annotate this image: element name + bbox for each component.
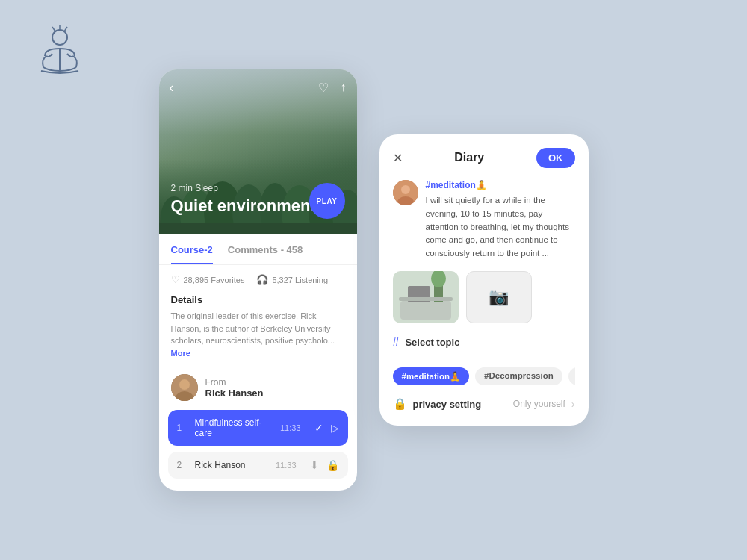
svg-rect-22: [399, 297, 453, 301]
diary-title: Diary: [454, 151, 484, 164]
logo-area: [30, 22, 90, 85]
chevron-right-icon: ›: [571, 398, 575, 410]
tags-row: #meditation🧘 #Decompression #medi: [393, 367, 575, 385]
hero-content: 2 min Sleep Quiet environment: [171, 183, 316, 216]
tab-comments[interactable]: Comments - 458: [228, 244, 303, 264]
hero-subtitle: 2 min Sleep: [171, 183, 316, 193]
diary-header: ✕ Diary OK: [393, 148, 575, 168]
more-link[interactable]: More: [171, 349, 190, 358]
listening-count: 5,327 Listening: [272, 276, 328, 284]
track-item-2[interactable]: 2 Rick Hanson 11:33 ⬇ 🔒: [168, 452, 348, 479]
details-title: Details: [171, 294, 345, 305]
heart-stat-icon: ♡: [171, 274, 180, 285]
track-download-icon[interactable]: ⬇: [310, 459, 319, 471]
diary-avatar: [393, 180, 418, 205]
svg-rect-18: [400, 301, 451, 320]
stats-row: ♡ 28,895 Favorites 🎧 5,327 Listening: [159, 265, 357, 294]
camera-icon: 📷: [489, 287, 509, 307]
diary-text: I will sit quietly for a while in the ev…: [426, 194, 575, 261]
author-name: Rick Hansen: [205, 388, 264, 399]
track-num-2: 2: [177, 460, 187, 470]
diary-ok-button[interactable]: OK: [536, 148, 575, 168]
details-section: Details The original leader of this exer…: [159, 294, 357, 367]
favorites-stat: ♡ 28,895 Favorites: [171, 274, 245, 285]
privacy-label: privacy setting: [413, 399, 507, 410]
track-name-2: Rick Hanson: [195, 460, 268, 470]
track-name-1: Mindfulness self-care: [195, 417, 273, 438]
right-card: ✕ Diary OK #meditation🧘 I will sit quiet…: [379, 134, 589, 426]
svg-point-0: [52, 30, 67, 45]
diary-close-button[interactable]: ✕: [393, 151, 403, 165]
hero-actions: ♡ ↑: [318, 81, 347, 95]
favorites-count: 28,895 Favorites: [184, 276, 245, 284]
author-info: From Rick Hansen: [205, 377, 264, 399]
back-button[interactable]: ‹: [170, 80, 174, 96]
diary-content: #meditation🧘 I will sit quietly for a wh…: [426, 180, 575, 261]
play-button[interactable]: PLAY: [309, 183, 345, 219]
select-topic-label: Select topic: [405, 337, 459, 348]
hero-section: ‹ ♡ ↑ 2 min Sleep Quiet environment PLAY: [159, 69, 357, 234]
svg-point-15: [401, 185, 410, 194]
diary-image-placeholder[interactable]: 📷: [466, 271, 532, 323]
diary-hashtag: #meditation🧘: [426, 180, 575, 190]
privacy-value: Only yourself: [513, 399, 565, 409]
track-num-1: 1: [177, 423, 187, 433]
author-row: From Rick Hansen: [159, 367, 357, 410]
lock-icon: 🔒: [393, 397, 407, 411]
tag-meditation[interactable]: #meditation🧘: [393, 367, 470, 385]
track-controls-1: ✓ ▷: [314, 422, 339, 434]
share-icon[interactable]: ↑: [341, 81, 347, 95]
hero-title: Quiet environment: [171, 196, 316, 216]
diary-user-row: #meditation🧘 I will sit quietly for a wh…: [393, 180, 575, 261]
track-duration-2: 11:33: [276, 461, 297, 470]
tab-course[interactable]: Course-2: [171, 244, 213, 264]
diary-images: 📷: [393, 271, 575, 323]
tag-medi[interactable]: #medi: [568, 367, 575, 385]
from-label: From: [205, 377, 264, 388]
diary-image-1[interactable]: [393, 271, 459, 323]
track-controls-2: ⬇ 🔒: [310, 459, 339, 471]
meditation-logo-icon: [30, 22, 90, 82]
left-card: ‹ ♡ ↑ 2 min Sleep Quiet environment PLAY…: [159, 69, 357, 491]
card-tabs: Course-2 Comments - 458: [159, 234, 357, 265]
select-topic-row[interactable]: # Select topic: [393, 335, 575, 358]
track-check-icon[interactable]: ✓: [314, 422, 323, 434]
track-duration-1: 11:33: [280, 423, 301, 432]
hero-nav: ‹ ♡ ↑: [170, 80, 347, 96]
privacy-row[interactable]: 🔒 privacy setting Only yourself ›: [393, 396, 575, 411]
tag-decompression[interactable]: #Decompression: [475, 367, 562, 385]
details-text: The original leader of this exercise, Ri…: [171, 310, 345, 359]
hashtag-icon: #: [393, 335, 400, 349]
track-list: 1 Mindfulness self-care 11:33 ✓ ▷ 2 Rick…: [159, 410, 357, 491]
favorite-icon[interactable]: ♡: [318, 81, 329, 95]
track-lock-icon[interactable]: 🔒: [326, 459, 339, 471]
svg-rect-10: [159, 223, 357, 234]
track-item-1[interactable]: 1 Mindfulness self-care 11:33 ✓ ▷: [168, 410, 348, 446]
author-avatar: [171, 374, 198, 401]
page-wrapper: ‹ ♡ ↑ 2 min Sleep Quiet environment PLAY…: [0, 0, 747, 560]
listening-stat: 🎧 5,327 Listening: [256, 274, 328, 285]
track-play-icon[interactable]: ▷: [331, 422, 339, 434]
svg-point-12: [179, 379, 190, 390]
headphone-icon: 🎧: [256, 274, 268, 285]
